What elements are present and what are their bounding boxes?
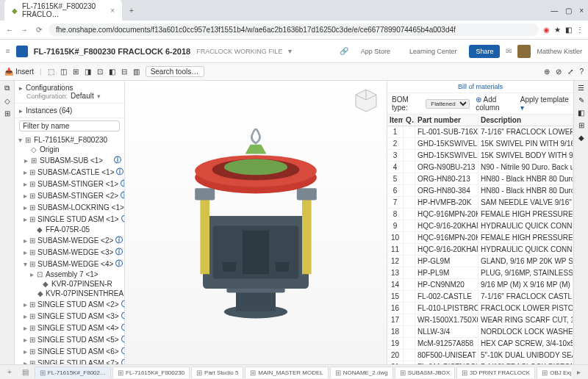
document-tab[interactable]: ⊞OBJ Exporter 1 <box>537 367 571 378</box>
tree-node[interactable]: ◆FFA-075R-05 <box>15 225 124 234</box>
close-icon[interactable]: × <box>110 7 115 15</box>
bom-row[interactable]: 7HP-HVMFB-20KSAM NEEDLE VALVE 9/16" MP (… <box>387 197 573 209</box>
document-tab[interactable]: ⊞SUBASM-JBOX <box>395 367 455 378</box>
tab-list-button[interactable]: ▤ <box>18 367 33 378</box>
chevron-down-icon[interactable]: ▾ <box>288 47 292 55</box>
feature-tree[interactable]: ▾⊞FL-71615K#_F800230◇Origin▸⊞SUBASM-SUB … <box>15 134 124 364</box>
tool-icon[interactable]: ◨ <box>85 68 91 76</box>
document-title[interactable]: FL-71615K#_F800230 FRACLOCK 6-2018 <box>34 47 190 56</box>
bom-row[interactable]: 16FL-010-LPISTBRCKTFRACLOCK LOWER PISTON… <box>387 303 573 314</box>
learning-center-button[interactable]: Learning Center <box>403 45 464 58</box>
document-tab[interactable]: ⊞NONAME_2.dwg <box>330 367 393 378</box>
bom-row[interactable]: 8HQC-916MPN-20K-MC-MFEMALE HIGH PRESSURE… <box>387 209 573 220</box>
tool-icon[interactable]: ⊘ <box>556 68 562 76</box>
rail-icon[interactable]: ⊞ <box>4 109 10 118</box>
bom-row[interactable]: 14HP-CN9NM209/16 MP (M) X 9/16 MP (M) 20… <box>387 279 573 291</box>
tree-node[interactable]: ▸⊞SUBASM-STINGER <2>ⓘ <box>15 190 124 201</box>
onshape-logo[interactable] <box>16 46 28 57</box>
tool-icon[interactable]: ⬚ <box>48 68 54 76</box>
tree-node[interactable]: ▸⊞SINGLE STUD ASM <5>ⓘ <box>15 333 124 345</box>
add-column-button[interactable]: ⊕ Add column <box>476 95 517 112</box>
tool-icon[interactable]: ◫ <box>60 68 67 76</box>
document-tab[interactable]: ⊞3D PRINT FRACLOCK <box>456 367 535 378</box>
tool-icon[interactable]: ⊞ <box>73 68 79 76</box>
rail-icon[interactable]: ◆ <box>578 134 584 142</box>
rail-icon[interactable]: ⧉ <box>4 84 10 93</box>
menu-icon[interactable]: ≡ <box>6 47 10 55</box>
tree-node[interactable]: ▸⊞SUBASM-SUB <1>ⓘ <box>15 154 124 166</box>
bom-row[interactable]: 5ORG-HN80-213HN80 - Black HNBR 80 Duro. … <box>387 173 573 185</box>
forward-icon[interactable]: → <box>19 26 29 34</box>
tool-icon[interactable]: ◧ <box>109 68 115 76</box>
tool-icon[interactable]: ⊟ <box>121 68 127 76</box>
config-header[interactable]: ▸ Configurations <box>19 84 120 92</box>
bom-row[interactable]: 2080F500-UNISEAT5"-10K DUAL UNIBODY SEAT… <box>387 350 573 361</box>
document-tab[interactable]: ⊞Part Studio 5 <box>191 367 243 378</box>
tree-node[interactable]: ▸⊞SUBASM-LOCKRING <1>ⓘ <box>15 201 124 213</box>
tree-node[interactable]: ▸⊞SUBASM-WEDGE <2>ⓘ <box>15 234 124 246</box>
rail-icon[interactable]: ⊞ <box>578 121 584 129</box>
tree-node[interactable]: ▸⊞SINGLE STUD ASM <7>ⓘ <box>15 357 124 364</box>
bom-row[interactable]: 11HQC-9/16-20KHAND-FHYDRAULIC QUICK CONN… <box>387 244 573 256</box>
bom-table-body[interactable]: 1FL-001-SUB-716X7FLG7-1/16" FRACLOCK LOW… <box>387 126 573 364</box>
user-avatar[interactable] <box>517 45 531 58</box>
user-name[interactable]: Matthew Kistler <box>537 48 582 55</box>
minimize-icon[interactable]: — <box>551 7 558 15</box>
extension-icon[interactable]: ⋮ <box>576 26 584 34</box>
close-window-icon[interactable]: × <box>579 7 584 15</box>
tree-node[interactable]: ▸⊞SINGLE STUD ASM <4>ⓘ <box>15 322 124 333</box>
tool-icon[interactable]: ⊡ <box>97 68 103 76</box>
tabs-overflow-icon[interactable]: ▸ <box>573 367 585 378</box>
share-button[interactable]: Share <box>469 45 500 58</box>
add-tab-button[interactable]: + <box>3 367 16 378</box>
document-tab[interactable]: ⊞FL-71615K#_F8002… <box>35 367 111 378</box>
extension-icon[interactable]: ◧ <box>565 26 572 34</box>
instances-header[interactable]: ▸ Instances (64) <box>19 107 120 115</box>
bom-row[interactable]: 1FL-001-SUB-716X7FLG7-1/16" FRACLOCK LOW… <box>387 126 573 138</box>
tool-icon[interactable]: ⤢ <box>567 68 573 76</box>
col-item[interactable]: Item <box>387 115 404 126</box>
document-tab[interactable]: ⊞FL-71615K#_F800230 <box>112 367 190 378</box>
tool-icon[interactable]: ▥ <box>133 68 140 76</box>
bom-row[interactable]: 3GHD-15KSWIVELBODY15K SWIVEL BODY WITH 9… <box>387 150 573 162</box>
bom-row[interactable]: 6ORG-HN80-384HN80 - Black HNBR 80 Duro. … <box>387 185 573 197</box>
tree-node[interactable]: ▸⊞SINGLE STUD ASM <1>ⓘ <box>15 213 124 225</box>
maximize-icon[interactable]: ▢ <box>565 7 572 15</box>
new-tab-button[interactable]: + <box>125 7 138 15</box>
view-cube[interactable] <box>351 87 381 116</box>
tree-node[interactable]: ▸⊡Assembly 7 <1> <box>15 270 124 279</box>
col-partnum[interactable]: Part number <box>415 115 478 126</box>
bom-row[interactable]: 9HQC-9/16-20KHAND-MHYDRAULIC QUICK CONNE… <box>387 220 573 232</box>
tree-node[interactable]: ▸⊞SINGLE STUD ASM <6>ⓘ <box>15 345 124 357</box>
bom-row[interactable]: 10HQC-916MPN-20K-MC-FFEMALE HIGH PRESSUR… <box>387 232 573 244</box>
bom-row[interactable]: 13HP-PL9MPLUG, 9/16MP, STAINLESS STEEL <box>387 267 573 279</box>
tree-node[interactable]: ◆KVR-07PINSENTHREAD-R <box>15 289 124 298</box>
search-tools-input[interactable]: Search tools… <box>146 66 204 77</box>
tree-node[interactable]: ▸⊞SUBASM-CASTLE <1>ⓘ <box>15 166 124 178</box>
tree-node[interactable]: ▸⊞SUBASM-WEDGE <3>ⓘ <box>15 246 124 258</box>
url-field[interactable]: fhe.onshape.com/documents/f13a601c0cc957… <box>49 24 539 36</box>
bom-row[interactable]: 18NLLW-3/4NORDLOCK LOCK WASHER-3/4" <box>387 326 573 338</box>
col-desc[interactable]: Description <box>478 115 573 126</box>
tree-node[interactable]: ▸⊞SINGLE STUD ASM <3>ⓘ <box>15 310 124 322</box>
back-icon[interactable]: ← <box>4 26 15 34</box>
bom-row[interactable]: 19McM-91257A858HEX CAP SCREW, 3/4-10x5" … <box>387 338 573 350</box>
3d-viewport[interactable] <box>125 81 387 364</box>
bom-row[interactable]: 4ORG-N90BU-213N90 - Nitrile 90 Duro. Bac… <box>387 162 573 173</box>
extension-icon[interactable]: ★ <box>554 26 561 34</box>
rail-icon[interactable]: ☰ <box>578 84 584 92</box>
filter-input[interactable]: Filter by name <box>19 120 120 131</box>
rail-icon[interactable]: ◇ <box>4 97 10 105</box>
col-qty[interactable]: Q… <box>404 115 415 126</box>
tree-node[interactable]: ▸⊞SINGLE STUD ASM <2>ⓘ <box>15 298 124 310</box>
tool-icon[interactable]: ? <box>579 68 584 76</box>
apply-template-button[interactable]: Apply template ▾ <box>520 95 569 112</box>
notifications-icon[interactable]: ✉ <box>506 47 512 55</box>
tree-node[interactable]: ▸⊞SUBASM-STINGER <1>ⓘ <box>15 178 124 190</box>
browser-tab[interactable]: ◆ FL-71615K#_F800230 FRACLO… × <box>4 0 122 21</box>
extension-icon[interactable]: ◉ <box>543 26 550 34</box>
tree-node[interactable]: ▾⊞FL-71615K#_F800230 <box>15 135 124 145</box>
reload-icon[interactable]: ⟳ <box>34 26 44 34</box>
bom-row[interactable]: 17WR-1500X1.750X0.375-SCWEAR RING SCARF … <box>387 314 573 326</box>
bom-row[interactable]: 15FL-002-CASTLE7-1/16" FRACLOCK CASTLE <box>387 291 573 303</box>
